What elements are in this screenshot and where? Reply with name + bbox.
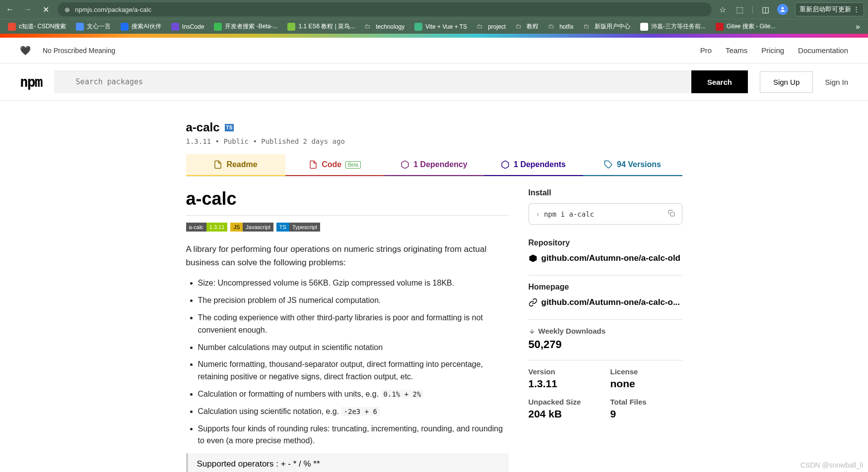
readme-content: a-calc a-calc1.3.11 JSJavascript TSTypes… [186,188,509,472]
forward-button[interactable]: → [22,3,34,15]
star-icon[interactable]: ☆ [718,4,728,14]
back-button[interactable]: ← [4,3,16,15]
panel-icon[interactable]: ◫ [760,4,770,14]
bookmark-item[interactable]: 沛嘉-三方等任务前... [636,20,710,33]
signin-link[interactable]: Sign In [825,78,848,86]
license-value: none [610,378,682,390]
nav-teams[interactable]: Teams [726,46,747,55]
bookmark-item[interactable]: 搜索AI伙伴 [117,20,165,33]
tab-code[interactable]: Code Beta [285,154,385,176]
ts-badge-icon: TS [225,124,234,131]
tab-dependents[interactable]: 1 Dependents [484,154,583,176]
stop-button[interactable]: ✕ [40,3,52,15]
update-button[interactable]: 重新启动即可更新 ⋮ [795,2,864,16]
package-meta: 1.3.11 • Public • Published 2 days ago [186,137,682,145]
npm-logo[interactable]: npm [20,74,42,90]
supported-operators: Supported operators : + - * / % ** [186,453,509,472]
readme-intro: A library for performing four operations… [186,242,509,269]
files-value: 9 [610,408,682,420]
tagline: No Proscribed Meaning [43,47,115,55]
bookmark-item[interactable]: 🗀hotfix [544,21,578,33]
heart-icon[interactable]: 🖤 [20,45,31,56]
badges: a-calc1.3.11 JSJavascript TSTypescript [186,223,509,232]
readme-bullet: Number calculations may output in scient… [198,342,509,354]
bookmark-item[interactable]: 1.1 ES6 教程 | 菜鸟... [283,20,359,33]
nav-docs[interactable]: Documentation [798,46,848,55]
readme-bullet: Calculation using scientific notation, e… [198,406,509,418]
sidebar: Install ›npm i a-calc Repository github.… [529,188,682,472]
bookmarks-bar: c知道- CSDN搜索文心一言搜索AI伙伴InsCode开发者搜索 -Beta-… [0,19,868,34]
repo-link[interactable]: github.com/Autumn-one/a-calc-old [529,253,682,263]
version-value: 1.3.11 [529,378,601,390]
bookmark-item[interactable]: 🗀project [473,21,510,33]
search-row: npm Search Sign Up Sign In [0,63,868,101]
search-button[interactable]: Search [691,70,748,93]
bookmark-item[interactable]: Gitee 搜索 - Gite... [712,20,780,33]
nav-pricing[interactable]: Pricing [761,46,784,55]
search-input[interactable] [54,70,691,93]
size-value: 204 kB [529,408,601,420]
bookmark-item[interactable]: 🗀新版用户中心 [580,20,634,33]
bookmarks-overflow[interactable]: » [852,22,864,31]
bookmark-item[interactable]: 🗀教程 [512,20,542,33]
bookmark-item[interactable]: Vite + Vue + TS [410,21,471,33]
copy-icon[interactable] [668,210,675,218]
watermark: CSDN @snowball_li [801,461,863,469]
readme-bullet: The coding experience with other third-p… [198,312,509,337]
bookmark-item[interactable]: 开发者搜索 -Beta-... [210,20,281,33]
bookmark-item[interactable]: c知道- CSDN搜索 [4,20,70,33]
svg-point-0 [782,7,784,9]
nav-pro[interactable]: Pro [700,46,712,55]
readme-bullet: Supports four kinds of rounding rules: t… [198,423,509,448]
bookmark-item[interactable]: 🗀technology [361,21,408,33]
readme-h1: a-calc [186,188,509,209]
browser-toolbar: ← → ✕ ⊕npmjs.com/package/a-calc ☆ ⬚ | ◫ … [0,0,868,19]
svg-rect-3 [670,212,674,216]
top-nav: 🖤 No Proscribed Meaning Pro Teams Pricin… [0,38,868,63]
tab-readme[interactable]: Readme [186,154,285,176]
readme-bullet: Size: Uncompressed volume is 56KB. Gzip … [198,277,509,290]
tabs: Readme Code Beta 1 Dependency 1 Dependen… [186,154,682,177]
url-bar[interactable]: ⊕npmjs.com/package/a-calc [58,2,712,16]
rainbow-bar [0,34,868,38]
homepage-link[interactable]: github.com/Autumn-one/a-calc-o... [529,297,682,307]
readme-bullet: Calculation or formatting of numbers wit… [198,388,509,401]
bookmark-item[interactable]: 文心一言 [72,20,115,33]
extensions-icon[interactable]: ⬚ [734,4,744,14]
weekly-downloads: 50,279 [529,338,682,351]
tab-dependency[interactable]: 1 Dependency [385,154,484,176]
readme-bullet: Numeric formatting, thousand-separator o… [198,358,509,383]
package-title: a-calc [186,120,220,134]
readme-bullet: The precision problem of JS numerical co… [198,295,509,307]
bookmark-item[interactable]: InsCode [167,21,208,33]
install-command[interactable]: ›npm i a-calc [529,203,682,225]
signup-button[interactable]: Sign Up [760,71,813,93]
tab-versions[interactable]: 94 Versions [583,154,682,176]
profile-avatar[interactable] [777,4,788,15]
